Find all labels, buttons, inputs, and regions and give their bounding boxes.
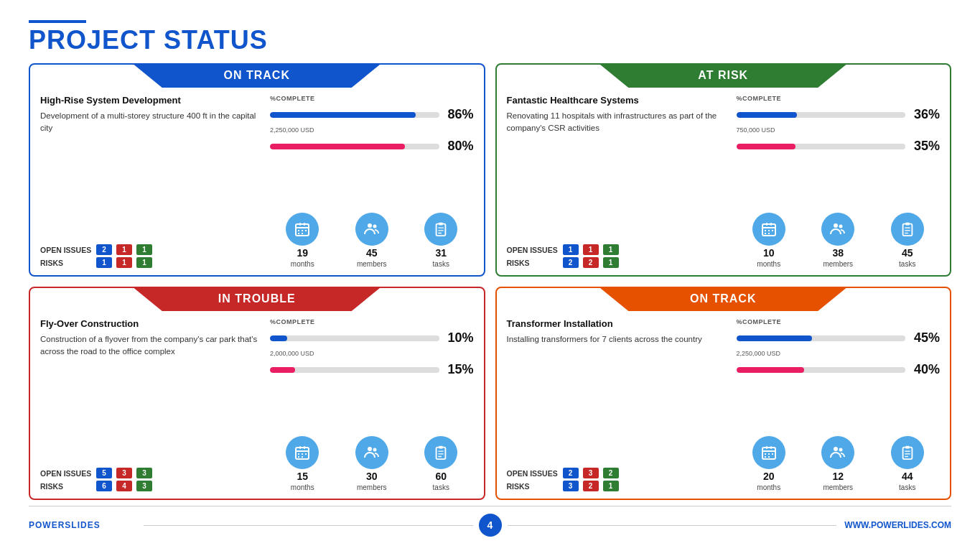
pct-bar-1 (737, 112, 906, 118)
svg-rect-6 (298, 233, 299, 234)
project-desc-0: Development of a multi-storey structure … (40, 110, 263, 135)
issues-row-0: OPEN ISSUES 211 (40, 244, 263, 255)
budget-row-0: 80% (270, 139, 474, 154)
card-body-1: Fantastic Healthcare Systems Renovating … (497, 88, 951, 275)
risks-row-2: RISKS 643 (40, 481, 263, 491)
pct-fill-0 (270, 112, 416, 118)
issue-badge-1-2: 1 (603, 244, 619, 255)
svg-rect-20 (772, 230, 773, 231)
risk-badge-1-0: 2 (563, 257, 579, 268)
svg-point-54 (839, 448, 843, 452)
usd-label-2: 2,000,000 USD (270, 350, 474, 357)
usd-label-1: 750,000 USD (737, 126, 941, 134)
pct-row-0: 86% (270, 107, 474, 122)
pct-value-3: 45% (911, 330, 940, 346)
risks-row-3: RISKS 321 (507, 481, 729, 491)
pct-fill-2 (270, 335, 287, 341)
pct-label-1: %COMPLETE (737, 95, 941, 102)
stat-members-0: 45 members (355, 213, 388, 268)
months-label-3: months (757, 483, 780, 491)
risk-badge-3-0: 3 (563, 481, 579, 491)
budget-value-2: 15% (445, 362, 474, 377)
card-header-1: AT RISK (599, 63, 848, 88)
budget-bar-3 (737, 367, 906, 373)
svg-rect-49 (768, 453, 770, 455)
svg-rect-51 (765, 456, 766, 458)
card-left-3: Transformer Installation Installing tran… (507, 318, 729, 491)
card-right-2: %COMPLETE 10% 2,000,000 USD 15% (270, 318, 474, 491)
pct-bar-2 (270, 335, 439, 341)
budget-row-2: 15% (270, 362, 474, 377)
risk-badge-2-2: 3 (136, 481, 152, 491)
issue-badge-3-0: 2 (563, 468, 579, 478)
months-num-3: 20 (763, 471, 775, 482)
risks-label-0: RISKS (40, 259, 92, 267)
issues-label-3: OPEN ISSUES (507, 469, 559, 478)
header-section: PROJECT STATUS (29, 20, 951, 53)
issue-badge-2-0: 5 (96, 468, 112, 478)
pct-fill-3 (737, 335, 813, 341)
project-name-3: Transformer Installation (507, 318, 729, 329)
risk-badge-3-2: 1 (603, 481, 619, 491)
budget-bar-0 (270, 144, 439, 149)
usd-label-3: 2,250,000 USD (737, 350, 941, 357)
svg-rect-21 (765, 233, 766, 234)
months-label-1: months (757, 260, 780, 268)
risks-label-3: RISKS (507, 482, 559, 491)
clipboard-icon-3 (891, 436, 924, 469)
months-label-0: months (291, 260, 314, 268)
budget-value-3: 40% (911, 362, 940, 377)
issues-row-3: OPEN ISSUES 232 (507, 468, 729, 478)
months-num-1: 10 (763, 247, 775, 259)
calendar-icon-0 (286, 213, 319, 246)
clipboard-icon-1 (891, 213, 924, 246)
card-right-0: %COMPLETE 86% 2,250,000 USD 80% (270, 95, 474, 268)
risks-label-2: RISKS (40, 482, 92, 491)
budget-bar-2 (270, 367, 439, 373)
months-label-2: months (291, 483, 314, 491)
card-card-on-track-2: ON TRACK Transformer Installation Instal… (495, 287, 952, 500)
svg-point-8 (368, 223, 372, 228)
stats-row-3: 20 months 12 members 44 tasks (737, 432, 941, 491)
people-icon-2 (355, 436, 388, 469)
months-num-2: 15 (297, 471, 308, 482)
members-label-3: members (823, 483, 853, 491)
progress-section-3: %COMPLETE 45% 2,250,000 USD 40% (737, 318, 941, 377)
pct-fill-1 (737, 112, 798, 118)
svg-rect-16 (766, 223, 767, 226)
stat-tasks-3: 44 tasks (891, 436, 924, 491)
pct-value-1: 36% (911, 107, 940, 122)
budget-row-3: 40% (737, 362, 941, 377)
brand-blue: SLIDES (65, 520, 100, 530)
risk-badge-0-0: 1 (96, 257, 112, 268)
tasks-num-2: 60 (435, 471, 447, 482)
stats-row-0: 19 months 45 members 31 tasks (270, 208, 474, 268)
budget-value-1: 35% (911, 139, 940, 154)
project-name-0: High-Rise System Development (40, 95, 263, 106)
members-num-1: 38 (832, 247, 844, 259)
issues-label-0: OPEN ISSUES (40, 246, 92, 254)
risks-label-1: RISKS (507, 259, 559, 267)
pct-value-2: 10% (445, 330, 474, 346)
issues-risks-1: OPEN ISSUES 111 RISKS 221 (507, 244, 729, 268)
svg-rect-56 (905, 446, 910, 449)
title-black: PROJECT (29, 25, 164, 55)
pct-value-0: 86% (445, 107, 474, 122)
svg-rect-36 (298, 456, 299, 458)
card-card-on-track-1: ON TRACK High-Rise System Development De… (29, 63, 485, 277)
stats-row-2: 15 months 30 members 60 tasks (270, 432, 474, 491)
budget-fill-1 (737, 144, 795, 149)
footer: POWERSLIDES 4 WWW.POWERLIDES.COM (29, 506, 951, 537)
pct-label-0: %COMPLETE (270, 95, 474, 102)
issue-badge-0-2: 1 (136, 244, 152, 255)
stat-tasks-2: 60 tasks (424, 436, 457, 491)
issue-badge-0-1: 1 (116, 244, 132, 255)
stat-tasks-0: 31 tasks (424, 213, 457, 268)
svg-rect-25 (902, 224, 912, 236)
svg-rect-4 (302, 230, 303, 231)
stat-members-3: 12 members (821, 436, 854, 491)
members-num-2: 30 (366, 471, 378, 482)
brand-black: POWER (29, 520, 65, 530)
card-body-3: Transformer Installation Installing tran… (497, 311, 951, 499)
budget-row-1: 35% (737, 139, 941, 154)
